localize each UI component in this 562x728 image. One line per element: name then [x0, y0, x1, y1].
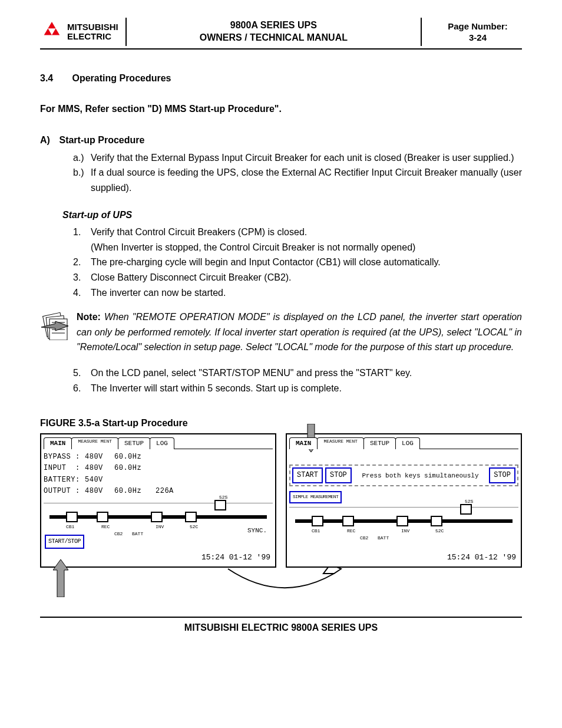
arrow-up-icon [53, 559, 68, 597]
page-number-box: Page Number: 3-24 [422, 21, 522, 44]
curve-arrow-icon [40, 563, 522, 601]
circuit-diagram: CB1 REC INV 52C 52S CB2 BATT [289, 507, 518, 540]
mitsubishi-logo-icon [40, 22, 64, 42]
press-both-msg: Press both keys simultaneously [354, 472, 487, 479]
lcd-screen-main: MAIN MEASURE MENT SETUP LOG BYPASS :480V… [40, 433, 276, 568]
ol-text: Verify that Control Circuit Breakers (CP… [91, 225, 522, 240]
svg-marker-2 [52, 28, 59, 35]
svg-marker-1 [44, 28, 52, 35]
tab-log[interactable]: LOG [150, 437, 174, 450]
note-block: Note: When "REMOTE OPERATION MODE" is di… [40, 309, 522, 355]
doc-title-line1: 9800A SERIES UPS [127, 19, 421, 32]
subsection-letter: A) [40, 133, 57, 148]
list-label: a.) [73, 150, 91, 166]
page-num: 3-24 [434, 32, 522, 44]
note-icon [40, 309, 71, 355]
ol-label: 1. [73, 225, 91, 240]
subsection-A-heading: A) Start-up Procedure [40, 133, 522, 148]
list-text: If a dual source is feeding the UPS, clo… [91, 165, 522, 195]
startup-list-2: 5.On the LCD panel, select "START/STOP M… [73, 365, 522, 396]
note-text: Note: When "REMOTE OPERATION MODE" is di… [77, 309, 522, 355]
measurements: BYPASS :480V60.0Hz INPUT :480V60.0Hz BAT… [44, 452, 273, 497]
ol-label: 6. [73, 381, 91, 396]
stop-button-2[interactable]: STOP [489, 467, 515, 483]
page-label: Page Number: [434, 21, 522, 32]
brand-line1: MITSUBISHI [67, 22, 118, 32]
startup-ups-heading: Start-up of UPS [62, 207, 522, 223]
stop-button-1[interactable]: STOP [325, 467, 352, 483]
tab-log[interactable]: LOG [395, 437, 420, 450]
page-footer: MITSUBISHI ELECTRIC 9800A SERIES UPS [40, 617, 522, 633]
list-text: Verify that the External Bypass Input Ci… [91, 150, 522, 166]
ol-label: 2. [73, 255, 91, 270]
simple-measurement-button[interactable]: SIMPLE MEASUREMENT [289, 491, 342, 503]
brand-line2: ELECTRIC [67, 32, 118, 42]
tab-setup[interactable]: SETUP [118, 437, 150, 450]
start-stop-row: START STOP Press both keys simultaneousl… [289, 465, 518, 486]
ol-label: 5. [73, 365, 91, 381]
tab-main[interactable]: MAIN [44, 437, 72, 450]
tab-main[interactable]: MAIN [289, 437, 318, 450]
figure-title: FIGURE 3.5-a Start-up Procedure [40, 416, 522, 431]
note-label: Note: [77, 312, 101, 322]
brand-logo-box: MITSUBISHI ELECTRIC [40, 18, 127, 46]
lcd-screen-start: MAIN MEASURE MENT SETUP LOG START STOP P… [286, 433, 522, 568]
svg-marker-0 [48, 22, 55, 28]
subsection-title: Start-up Procedure [59, 135, 144, 145]
list-label: b.) [73, 165, 91, 195]
page-header: MITSUBISHI ELECTRIC 9800A SERIES UPS OWN… [40, 18, 522, 50]
ol-text: (When Inverter is stopped, the Control C… [91, 240, 522, 255]
start-stop-button[interactable]: START/STOP [45, 535, 84, 549]
tab-setup[interactable]: SETUP [363, 437, 396, 450]
datetime: 15:24 01-12 '99 [201, 552, 270, 564]
ol-text: The pre-charging cycle will begin and In… [91, 255, 522, 270]
ol-label [73, 240, 91, 255]
start-button[interactable]: START [292, 467, 323, 483]
section-number: 3.4 [40, 71, 70, 86]
ol-text: On the LCD panel, select "START/STOP MEN… [91, 365, 522, 381]
ol-label: 4. [73, 285, 91, 301]
ol-text: The inverter can now be started. [91, 285, 522, 301]
subsection-A-list: a.)Verify that the External Bypass Input… [73, 150, 522, 196]
section-title: Operating Procedures [72, 73, 171, 83]
note-body: When "REMOTE OPERATION MODE" is displaye… [77, 312, 522, 352]
ol-text: Close Battery Disconnect Circuit Breaker… [91, 270, 522, 285]
figure-screens: MAIN MEASURE MENT SETUP LOG BYPASS :480V… [40, 433, 522, 568]
doc-title: 9800A SERIES UPS OWNERS / TECHNICAL MANU… [127, 18, 422, 46]
section-heading: 3.4 Operating Procedures [40, 71, 522, 86]
ol-text: The Inverter will start within 5 seconds… [91, 381, 522, 396]
tab-measure[interactable]: MEASURE MENT [71, 437, 118, 450]
doc-title-line2: OWNERS / TECHNICAL MANUAL [127, 32, 421, 44]
datetime: 15:24 01-12 '99 [447, 552, 516, 564]
mms-reference: For MMS, Refer section "D) MMS Start-up … [40, 101, 522, 117]
startup-list-1: 1.Verify that Control Circuit Breakers (… [73, 225, 522, 300]
ol-label: 3. [73, 270, 91, 285]
circuit-diagram: CB1 REC INV 52C 52S CB2 BATT SYNC. [44, 503, 273, 536]
tab-measure[interactable]: MEASURE MENT [317, 437, 364, 450]
svg-marker-11 [53, 559, 68, 597]
